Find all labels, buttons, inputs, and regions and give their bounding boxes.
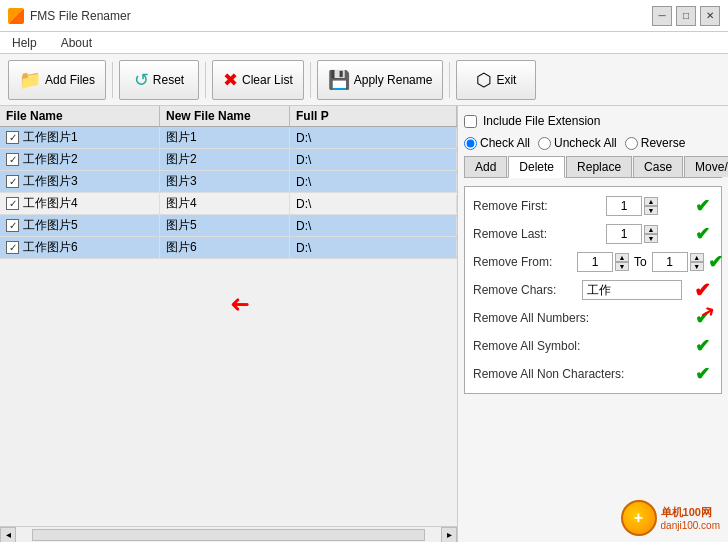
remove-symbol-apply[interactable]: ✔ xyxy=(691,335,713,357)
reset-icon: ↺ xyxy=(134,69,149,91)
remove-first-apply[interactable]: ✔ xyxy=(691,195,713,217)
menu-about[interactable]: About xyxy=(57,35,96,51)
remove-non-label: Remove All Non Characters: xyxy=(473,367,624,381)
check-all-label: Check All xyxy=(464,136,530,150)
table-row[interactable]: 工作图片4 图片4 D:\ xyxy=(0,193,457,215)
window-title: FMS File Renamer xyxy=(30,9,131,23)
watermark-line1: 单机100网 xyxy=(661,505,720,520)
table-row[interactable]: 工作图片2 图片2 D:\ xyxy=(0,149,457,171)
remove-last-input[interactable] xyxy=(606,224,642,244)
row-checkbox-3[interactable] xyxy=(6,197,19,210)
right-panel: Include File Extension Check All Uncheck… xyxy=(458,106,728,542)
table-row[interactable]: 工作图片3 图片3 D:\ xyxy=(0,171,457,193)
apply-rename-label: Apply Rename xyxy=(354,73,433,87)
row-newname-3: 图片4 xyxy=(160,193,290,214)
table-row[interactable]: 工作图片6 图片6 D:\ xyxy=(0,237,457,259)
app-icon xyxy=(8,8,24,24)
row-checkbox-1[interactable] xyxy=(6,153,19,166)
minimize-button[interactable]: ─ xyxy=(652,6,672,26)
tab-add[interactable]: Add xyxy=(464,156,507,177)
remove-from-input-wrap: ▲ ▼ To ▲ ▼ xyxy=(577,252,704,272)
col-filename: File Name xyxy=(0,106,160,126)
remove-from-label: Remove From: xyxy=(473,255,573,269)
remove-last-down[interactable]: ▼ xyxy=(644,234,658,243)
exit-icon: ⬡ xyxy=(476,69,492,91)
row-newname-4: 图片5 xyxy=(160,215,290,236)
remove-last-spinners: ▲ ▼ xyxy=(644,225,658,243)
close-button[interactable]: ✕ xyxy=(700,6,720,26)
row-newname-1: 图片2 xyxy=(160,149,290,170)
row-checkbox-2[interactable] xyxy=(6,175,19,188)
tab-replace[interactable]: Replace xyxy=(566,156,632,177)
row-filename-5: 工作图片6 xyxy=(23,239,78,256)
add-files-button[interactable]: 📁 Add Files xyxy=(8,60,106,100)
remove-from-to-input[interactable] xyxy=(652,252,688,272)
remove-first-label: Remove First: xyxy=(473,199,573,213)
remove-first-down[interactable]: ▼ xyxy=(644,206,658,215)
scroll-left-btn[interactable]: ◂ xyxy=(0,527,16,543)
watermark-line2: danji100.com xyxy=(661,520,720,531)
remove-last-input-wrap: ▲ ▼ xyxy=(606,224,658,244)
remove-to-up[interactable]: ▲ xyxy=(690,253,704,262)
scroll-right-btn[interactable]: ▸ xyxy=(441,527,457,543)
file-table-header: File Name New File Name Full P xyxy=(0,106,457,127)
remove-from-input[interactable] xyxy=(577,252,613,272)
reverse-radio[interactable] xyxy=(625,137,638,150)
row-checkbox-0[interactable] xyxy=(6,131,19,144)
row-checkbox-5[interactable] xyxy=(6,241,19,254)
reverse-label: Reverse xyxy=(625,136,686,150)
add-files-label: Add Files xyxy=(45,73,95,87)
include-extension-row: Include File Extension xyxy=(464,112,722,130)
remove-first-row: Remove First: ▲ ▼ ✔ xyxy=(473,195,713,217)
maximize-button[interactable]: □ xyxy=(676,6,696,26)
remove-first-input[interactable] xyxy=(606,196,642,216)
remove-last-up[interactable]: ▲ xyxy=(644,225,658,234)
remove-non-apply[interactable]: ✔ xyxy=(691,363,713,385)
remove-chars-apply[interactable]: ✔ xyxy=(691,279,713,301)
save-icon: 💾 xyxy=(328,69,350,91)
remove-chars-input[interactable] xyxy=(582,280,682,300)
watermark-icon: + xyxy=(621,500,657,536)
folder-icon: 📁 xyxy=(19,69,41,91)
main-area: File Name New File Name Full P 工作图片1 图片1… xyxy=(0,106,728,542)
table-row[interactable]: 工作图片5 图片5 D:\ xyxy=(0,215,457,237)
remove-from-up[interactable]: ▲ xyxy=(615,253,629,262)
radio-row: Check All Uncheck All Reverse xyxy=(464,134,722,152)
row-path-3: D:\ xyxy=(290,195,457,213)
table-row[interactable]: 工作图片1 图片1 D:\ xyxy=(0,127,457,149)
remove-from-apply[interactable]: ✔ xyxy=(708,251,723,273)
remove-last-apply[interactable]: ✔ xyxy=(691,223,713,245)
row-checkbox-4[interactable] xyxy=(6,219,19,232)
row-path-1: D:\ xyxy=(290,151,457,169)
check-all-radio[interactable] xyxy=(464,137,477,150)
clear-list-button[interactable]: ✖ Clear List xyxy=(212,60,304,100)
remove-first-input-wrap: ▲ ▼ xyxy=(606,196,658,216)
file-list-panel: File Name New File Name Full P 工作图片1 图片1… xyxy=(0,106,458,542)
remove-numbers-row: Remove All Numbers: ✔ xyxy=(473,307,713,329)
tab-delete[interactable]: Delete xyxy=(508,156,565,178)
menu-help[interactable]: Help xyxy=(8,35,41,51)
exit-button[interactable]: ⬡ Exit xyxy=(456,60,536,100)
tab-case[interactable]: Case xyxy=(633,156,683,177)
title-bar: FMS File Renamer ─ □ ✕ xyxy=(0,0,728,32)
remove-symbol-row: Remove All Symbol: ✔ xyxy=(473,335,713,357)
include-extension-checkbox[interactable] xyxy=(464,115,477,128)
clear-icon: ✖ xyxy=(223,69,238,91)
tab-movecopy[interactable]: Move/Copy xyxy=(684,156,728,177)
uncheck-all-radio[interactable] xyxy=(538,137,551,150)
exit-label: Exit xyxy=(496,73,516,87)
col-fullpath: Full P xyxy=(290,106,457,126)
remove-numbers-label: Remove All Numbers: xyxy=(473,311,589,325)
remove-non-row: Remove All Non Characters: ✔ xyxy=(473,363,713,385)
row-filename-4: 工作图片5 xyxy=(23,217,78,234)
apply-rename-button[interactable]: 💾 Apply Rename xyxy=(317,60,444,100)
remove-last-row: Remove Last: ▲ ▼ ✔ xyxy=(473,223,713,245)
watermark: + 单机100网 danji100.com xyxy=(621,500,720,536)
remove-to-spinners: ▲ ▼ xyxy=(690,253,704,271)
remove-first-up[interactable]: ▲ xyxy=(644,197,658,206)
reset-button[interactable]: ↺ Reset xyxy=(119,60,199,100)
remove-from-down[interactable]: ▼ xyxy=(615,262,629,271)
row-newname-2: 图片3 xyxy=(160,171,290,192)
remove-to-down[interactable]: ▼ xyxy=(690,262,704,271)
horizontal-scrollbar[interactable] xyxy=(32,529,425,541)
